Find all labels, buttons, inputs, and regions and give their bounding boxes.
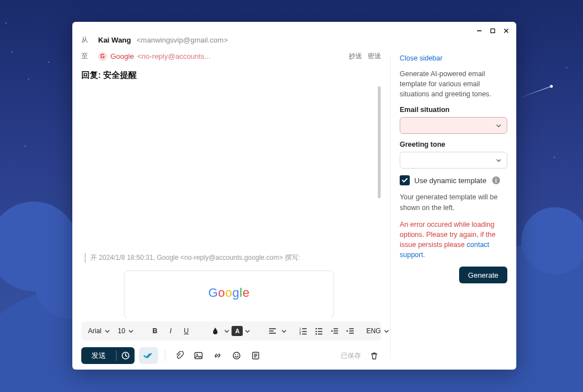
quoted-header: 开 2024/1/8 18:50:31, Google <no-reply@ac… — [85, 253, 373, 263]
action-bar: 发送 — [81, 344, 381, 365]
to-label: 至 — [81, 52, 92, 61]
from-row: 从 Kai Wang <manwingsvip@gmail.com> — [81, 32, 381, 48]
font-size-label: 10 — [118, 327, 125, 335]
chevron-down-icon — [105, 329, 110, 334]
link-button[interactable] — [210, 348, 225, 363]
attachment-button[interactable] — [172, 348, 187, 363]
svg-rect-26 — [195, 353, 202, 359]
language-select[interactable]: ENG — [364, 326, 391, 336]
indent-button[interactable] — [344, 324, 357, 338]
font-size-select[interactable]: 10 — [115, 326, 136, 336]
ai-sidebar: Close sidebar Generate AI-powered email … — [391, 22, 516, 370]
error-message: An error occured while loading options. … — [400, 220, 507, 260]
chevron-down-icon — [128, 329, 133, 334]
trash-icon — [370, 352, 378, 360]
maximize-button[interactable] — [487, 25, 498, 36]
highlight-button[interactable]: A — [232, 326, 243, 336]
chevron-down-icon — [384, 329, 389, 334]
clock-icon — [121, 351, 130, 360]
situation-label: Email situation — [400, 106, 507, 114]
svg-point-13 — [316, 328, 317, 329]
link-icon — [213, 351, 222, 360]
dynamic-template-checkbox[interactable] — [400, 175, 410, 185]
check-icon — [401, 177, 408, 184]
outdent-button[interactable] — [328, 324, 341, 338]
from-name: Kai Wang — [98, 36, 131, 44]
chevron-down-icon[interactable] — [224, 329, 229, 334]
bold-button[interactable]: B — [148, 324, 161, 338]
underline-button[interactable]: U — [179, 324, 193, 338]
template-button[interactable] — [248, 348, 263, 363]
schedule-send-button[interactable] — [117, 347, 135, 364]
text-color-button[interactable] — [209, 324, 222, 338]
saved-status: 已保存 — [341, 351, 361, 361]
svg-point-28 — [233, 352, 240, 359]
dynamic-template-label: Use dynamic template — [414, 176, 487, 185]
image-icon — [194, 351, 203, 360]
info-icon[interactable]: i — [492, 176, 500, 184]
recipient-chip[interactable]: G Google <no-reply@accounts... — [98, 52, 211, 61]
to-row[interactable]: 至 G Google <no-reply@accounts... 抄送 密送 — [81, 48, 381, 64]
quoted-card: Google — [124, 270, 334, 318]
svg-point-27 — [196, 354, 197, 355]
send-button-group: 发送 — [81, 347, 135, 364]
language-label: ENG — [366, 327, 381, 335]
emoji-button[interactable] — [229, 348, 244, 363]
dynamic-template-row: Use dynamic template i — [400, 175, 507, 185]
note-icon — [251, 351, 260, 360]
window-controls — [474, 25, 512, 36]
align-button[interactable] — [266, 324, 279, 338]
close-button[interactable] — [501, 25, 512, 36]
svg-text:3: 3 — [299, 332, 301, 335]
tone-select[interactable] — [400, 152, 507, 169]
unordered-list-button[interactable] — [312, 324, 326, 338]
paperclip-icon — [175, 351, 184, 360]
compose-panel: 从 Kai Wang <manwingsvip@gmail.com> 至 G G… — [72, 22, 390, 370]
cc-button[interactable]: 抄送 — [349, 52, 362, 61]
sidebar-description: Generate AI-powered email template for v… — [400, 69, 507, 99]
send-button[interactable]: 发送 — [81, 347, 116, 364]
discard-button[interactable] — [367, 348, 381, 363]
font-family-select[interactable]: Arial — [86, 326, 112, 336]
double-check-icon — [144, 352, 154, 360]
scrollbar-thumb[interactable] — [378, 86, 381, 198]
tone-label: Greeting tone — [400, 141, 507, 148]
recipient-email: <no-reply@accounts... — [137, 52, 211, 60]
svg-point-15 — [316, 331, 317, 332]
svg-point-29 — [235, 354, 236, 356]
image-button[interactable] — [191, 348, 206, 363]
recipient-avatar: G — [98, 52, 107, 61]
bcc-button[interactable]: 密送 — [368, 52, 381, 61]
google-logo: Google — [208, 286, 249, 300]
from-email: <manwingsvip@gmail.com> — [137, 36, 228, 44]
sidebar-note: Your generated template will be shown on… — [400, 192, 507, 212]
recipient-name: Google — [110, 52, 134, 60]
close-sidebar-link[interactable]: Close sidebar — [400, 54, 507, 62]
chevron-down-icon — [496, 158, 501, 163]
svg-point-30 — [237, 354, 238, 356]
svg-rect-1 — [491, 29, 495, 33]
svg-point-17 — [316, 333, 317, 334]
font-family-label: Arial — [88, 327, 101, 335]
quoted-message: 开 2024/1/8 18:50:31, Google <no-reply@ac… — [85, 253, 373, 318]
editor-body[interactable]: 开 2024/1/8 18:50:31, Google <no-reply@ac… — [81, 85, 381, 318]
ordered-list-button[interactable]: 123 — [297, 324, 310, 338]
chevron-down-icon[interactable] — [245, 329, 250, 334]
chevron-down-icon[interactable] — [281, 329, 286, 334]
chevron-down-icon — [496, 123, 501, 128]
emoji-icon — [232, 351, 241, 360]
subject-field[interactable]: 回复: 安全提醒 — [81, 64, 381, 85]
format-toolbar: Arial 10 B I U — [81, 321, 381, 340]
generate-button[interactable]: Generate — [459, 267, 507, 283]
compose-window: 从 Kai Wang <manwingsvip@gmail.com> 至 G G… — [72, 22, 516, 370]
from-label: 从 — [81, 35, 92, 45]
tracking-button[interactable] — [139, 347, 158, 364]
italic-button[interactable]: I — [164, 324, 177, 338]
situation-select[interactable] — [400, 117, 507, 134]
minimize-button[interactable] — [474, 25, 485, 36]
